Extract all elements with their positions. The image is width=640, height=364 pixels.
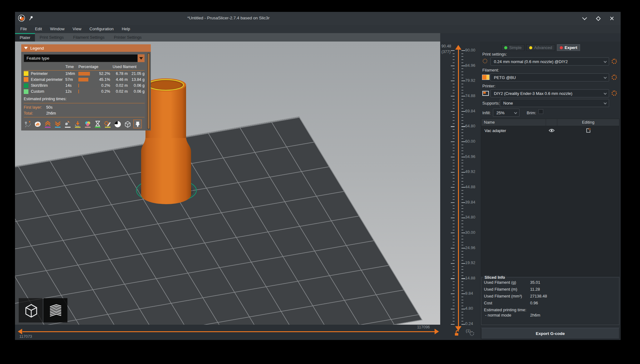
retractions-icon[interactable] <box>44 120 52 128</box>
printer-combo[interactable]: DIY2 (Creality Ender-3 Max 0.6 mm nozzle… <box>490 89 609 97</box>
supports-combo[interactable]: None <box>500 99 609 107</box>
prusaslicer-window: *Untitled - PrusaSlicer-2.7.4 based on S… <box>15 12 621 340</box>
legend-row-skirt-brim: Skirt/Brim 14s 0.2% 0.02 m 0.06 g <box>24 82 145 88</box>
feature-color-swatch <box>24 71 28 76</box>
chevron-down-icon <box>604 92 607 95</box>
close-icon[interactable] <box>609 15 615 22</box>
sidebar: Simple Advanced Expert Print settings: 0… <box>480 42 621 340</box>
object-row-vac-adapter[interactable]: Vac adapter <box>481 126 619 135</box>
filament-combo[interactable]: PETG @BU <box>490 73 609 81</box>
simple-mode-dot-icon <box>504 46 507 49</box>
first-layer-time-row: First layer:50s <box>24 105 145 110</box>
percentage-bar <box>78 72 90 76</box>
custom-gcodes-icon[interactable] <box>104 120 111 128</box>
printer-label: Printer: <box>482 84 495 88</box>
extruder-nozzle-icon[interactable] <box>134 120 141 128</box>
hslider-left-handle[interactable] <box>18 329 22 334</box>
layer-slider-top-handle[interactable] <box>455 45 461 50</box>
seams-icon[interactable] <box>64 120 71 128</box>
view-type-select[interactable]: Feature type <box>24 54 138 62</box>
filament-gear-button[interactable] <box>612 75 617 80</box>
tab-filament-settings[interactable]: Filament Settings <box>68 33 109 42</box>
legend-collapse-header[interactable]: Legend <box>21 44 151 52</box>
feature-color-swatch <box>24 89 28 94</box>
tab-strip: Plater Print Settings Filament Settings … <box>15 33 621 42</box>
shells-icon[interactable] <box>114 120 121 128</box>
layer-slider-track[interactable] <box>458 49 459 328</box>
menu-configuration[interactable]: Configuration <box>86 25 118 33</box>
pause-prints-icon[interactable] <box>94 120 101 128</box>
percentage-bar <box>78 84 79 87</box>
layer-tick-labels: 90.0084.96 79.9274.88 69.8464.80 60.0054… <box>465 48 480 326</box>
mode-simple-button[interactable]: Simple <box>501 44 524 51</box>
brim-checkbox[interactable] <box>539 109 543 114</box>
tab-plater[interactable]: Plater <box>15 33 35 42</box>
visibility-eye-icon[interactable] <box>546 128 557 133</box>
object-list-header: Name Editing <box>481 119 619 126</box>
menu-file[interactable]: File <box>16 25 31 33</box>
print-settings-cog-icon <box>483 59 487 63</box>
layer-max-index: (377) <box>441 50 450 54</box>
print-settings-label: Print settings: <box>482 52 507 57</box>
legend-scrollbar-thumb[interactable] <box>148 53 150 129</box>
3d-viewport[interactable]: Legend Feature type Time Percenta <box>15 42 440 325</box>
printer-gear-button[interactable] <box>612 91 617 96</box>
chevron-down-icon <box>604 101 607 105</box>
menu-edit[interactable]: Edit <box>31 25 46 33</box>
infill-label: Infill: <box>482 111 491 115</box>
legend-panel: Legend Feature type Time Percenta <box>21 44 151 130</box>
tab-printer-settings[interactable]: Printer Settings <box>109 33 146 42</box>
estimated-times-title: Estimated printing times: <box>24 97 145 101</box>
chevron-down-icon <box>604 60 607 63</box>
print-settings-gear-button[interactable] <box>612 59 617 64</box>
view-toggle-buttons <box>19 298 67 322</box>
mode-advanced-button[interactable]: Advanced <box>526 44 555 51</box>
print-bed-grid <box>15 116 422 325</box>
slider-settings-gear-icon[interactable] <box>470 331 474 336</box>
infill-combo[interactable]: 25% <box>493 109 519 117</box>
menu-window[interactable]: Window <box>46 25 68 33</box>
export-gcode-button[interactable]: Export G-code <box>481 328 619 339</box>
legend-scrollbar <box>147 53 150 129</box>
mode-selector: Simple Advanced Expert <box>501 44 580 51</box>
view-type-dropdown-button[interactable] <box>138 54 145 62</box>
legend-row-custom: Custom 12s 0.2% 0.02 m 0.06 g <box>24 89 145 95</box>
legend-row-external-perimeter: External perimeter 57m 45.1% 4.46 m 13.8… <box>24 76 145 82</box>
tool-changes-icon[interactable] <box>74 120 81 128</box>
feature-color-swatch <box>24 77 28 82</box>
print-settings-combo[interactable]: 0.24 mm normal (0.6 mm nozzle) @DIY2 <box>490 57 609 66</box>
wipe-icon[interactable] <box>34 120 42 128</box>
pin-icon[interactable] <box>28 15 34 22</box>
3d-editor-view-button[interactable] <box>19 298 43 322</box>
minimize-icon[interactable] <box>581 15 588 22</box>
legend-toolbar <box>24 120 145 128</box>
filament-label: Filament: <box>482 68 499 72</box>
tool-marker-icon[interactable] <box>124 120 131 128</box>
menu-help[interactable]: Help <box>118 25 134 33</box>
chevron-down-icon <box>604 76 607 79</box>
travels-icon[interactable] <box>24 120 32 128</box>
color-changes-icon[interactable] <box>84 120 91 128</box>
used-filament-g-row: Used Filament (g)35.01 <box>484 280 616 285</box>
layer-slider-strip: 90.48 (377) 90.0084.96 79.9274.88 69.846… <box>440 42 480 340</box>
edit-object-icon[interactable] <box>557 128 619 133</box>
hslider-min-label: 117073 <box>19 334 32 339</box>
menu-view[interactable]: View <box>69 25 86 33</box>
hslider-right-handle[interactable] <box>435 329 439 334</box>
supports-label: Supports: <box>482 101 500 106</box>
layer-max-height: 90.48 <box>441 44 451 48</box>
mode-expert-button[interactable]: Expert <box>557 44 580 51</box>
legend-row-perimeter: Perimeter 1h6m 52.2% 6.78 m 21.05 g <box>24 71 145 77</box>
brim-label: Brim: <box>527 111 536 115</box>
printer-icon <box>482 91 489 96</box>
tab-print-settings[interactable]: Print Settings <box>35 33 68 42</box>
hslider-track[interactable] <box>22 331 435 332</box>
sliced-info-title: Sliced Info <box>483 275 506 280</box>
menu-bar: File Edit Window View Configuration Help <box>15 25 621 33</box>
maximize-icon[interactable] <box>595 15 601 22</box>
slider-lock-icon[interactable] <box>454 330 460 337</box>
preview-view-button[interactable] <box>43 298 67 322</box>
deretractions-icon[interactable] <box>54 120 62 128</box>
object-list: Name Editing Vac adapter <box>481 119 619 276</box>
percentage-bar <box>78 90 79 93</box>
